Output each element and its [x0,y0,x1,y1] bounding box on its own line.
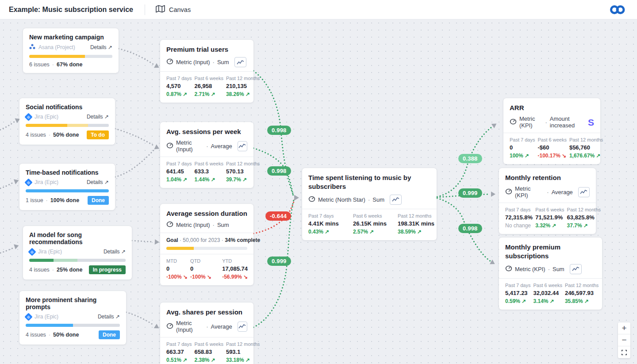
gauge-icon [505,265,512,273]
line-chart-icon[interactable] [238,322,247,332]
metric-card-avg-sessions[interactable]: Avg. sessions per week Metric (Input) · … [160,122,253,188]
period-change: 0.59% ↗ [505,298,530,304]
period-change: 39.7% ↗ [226,176,260,183]
period-label: Past 6 weeks [194,76,223,81]
done-percentage: 67% done [57,61,82,68]
asana-icon [29,44,35,51]
line-chart-icon[interactable] [234,57,246,67]
period-value: 593.1 [226,349,260,355]
details-link[interactable]: Details ↗ [87,179,109,185]
metric-card-monthly-retention[interactable]: Monthly retention Metric (KPI) · Average… [499,168,596,234]
divider [160,337,253,337]
metric-card-avg-session-duration[interactable]: Average session duration Metric (Input) … [160,204,253,285]
correlation-badge[interactable]: 0.998 [267,126,291,135]
period-change: -56.99% ↘ [222,274,248,280]
zoom-out-button[interactable]: − [618,334,630,346]
period-value: 17,085.74 [222,265,248,272]
line-chart-icon[interactable] [238,141,247,151]
period-change: 0.51% ↗ [166,357,192,363]
fullscreen-icon [621,349,627,356]
metric-agg-label: Sum [372,196,384,203]
details-link[interactable]: Details ↗ [98,314,120,320]
work-card-sharing-prompts[interactable]: More prominent sharing prompts Jira (Epi… [19,291,126,345]
line-chart-icon[interactable] [390,195,402,205]
metric-title: Premium trial users [166,45,247,54]
connector-social-to-sessions [115,129,154,146]
period-label: Past 7 days [505,283,530,288]
gauge-icon [166,142,173,150]
separator-dot: · [46,197,48,203]
line-chart-icon[interactable] [578,187,590,197]
period-value: 72,315.8% [505,214,533,221]
period-label: Past 7 days [510,137,535,142]
separator-dot: · [49,132,50,138]
period-change: 3.14% ↗ [533,298,562,304]
period-label: MTD [166,258,188,264]
period-change: 38.59% ↗ [398,229,442,235]
period-change: 37.7% ↗ [567,222,601,229]
workspace-title: Example: Music subscription service [9,6,133,14]
separator-dot: · [206,323,208,330]
period-value: -$60 [537,144,566,151]
metric-agg-label: Sum [217,222,229,228]
work-card-time-based-notifications[interactable]: Time-based notifications Jira (Epic) Det… [19,164,115,210]
card-title: Time-based notifications [26,169,109,176]
work-card-new-marketing-campaign[interactable]: New marketing campaign Asana (Project) D… [23,28,119,73]
period-value: 32,032.44 [533,290,562,296]
metric-type-label: Metric (Input) [176,59,210,65]
metric-card-avg-shares[interactable]: Avg. shares per session Metric (Input) ·… [160,303,253,364]
fullscreen-button[interactable] [618,346,630,358]
divider [302,209,437,209]
doubleloop-logo-icon [610,4,625,15]
period-value: 4.41K mins [308,220,353,227]
source-label: Jira (Epic) [35,314,58,320]
correlation-badge[interactable]: 0.999 [267,257,291,266]
correlation-badge[interactable]: 0.388 [458,154,482,163]
period-value: 0 [510,144,535,151]
details-link[interactable]: Details ↗ [87,114,109,120]
period-label: Past 12 months [226,76,260,81]
line-chart-icon[interactable] [570,264,582,274]
correlation-badge[interactable]: 0.998 [267,166,291,176]
progress-bar [29,259,126,262]
details-link[interactable]: Details ↗ [104,249,126,255]
strategy-canvas[interactable]: New marketing campaign Asana (Project) D… [0,19,637,364]
correlation-badge[interactable]: 0.998 [458,224,482,233]
source-label: Asana (Project) [38,44,75,50]
correlation-badge[interactable]: -0.644 [265,211,291,221]
period-change: 0.43% ↗ [308,229,353,235]
details-link[interactable]: Details ↗ [90,44,112,50]
metric-title: Monthly premium subscriptions [505,243,596,261]
zoom-in-button[interactable]: + [618,322,630,334]
issues-count: 1 issue [26,197,43,203]
metric-type-label: Metric (KPI) [515,266,545,272]
map-icon [156,5,165,14]
period-value: 0 [190,265,211,272]
metric-card-premium-trial-users[interactable]: Premium trial users Metric (Input) · Sum… [160,40,253,103]
metric-agg-label: Average [211,323,232,330]
period-change: 1.04% ↗ [166,176,192,183]
metric-card-north-star[interactable]: Time spent listening to music by subscri… [302,168,437,240]
separator-dot: · [49,332,50,338]
period-value: 633.3 [194,168,223,175]
correlation-badge[interactable]: 0.999 [458,188,482,198]
arrowhead [154,63,161,70]
jira-icon [28,248,36,256]
work-card-social-notifications[interactable]: Social notifications Jira (Epic) Details… [19,98,115,145]
done-percentage: 50% done [53,332,79,338]
nav-canvas[interactable]: Canvas [156,5,191,14]
done-percentage: 50% done [53,132,79,138]
gauge-icon [308,196,315,203]
metric-card-monthly-premium-subscriptions[interactable]: Monthly premium subscriptions Metric (KP… [499,238,602,310]
metric-title: Avg. sessions per week [166,127,247,136]
status-badge: Done [88,196,109,205]
divider [160,233,253,233]
metric-card-arr[interactable]: ARR Metric (KPI) · Amount increased S Pa… [503,98,600,164]
period-label: Past 7 days [166,76,192,81]
work-card-ai-model[interactable]: AI model for song recommendations Jira (… [23,226,132,280]
period-value: $56,760 [569,144,603,151]
app-logo[interactable] [610,4,625,15]
connector-marketing-to-trials [119,49,154,65]
arrowhead [154,324,161,330]
arrowhead [294,195,299,201]
